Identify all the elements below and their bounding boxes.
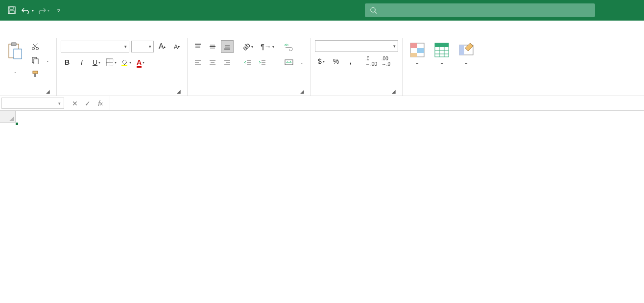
font-name-combo[interactable]: ▾ bbox=[61, 41, 129, 52]
copy-button[interactable]: ⌄ bbox=[28, 54, 52, 67]
save-button[interactable] bbox=[5, 3, 19, 17]
increase-decimal-button[interactable]: .0←.00 bbox=[365, 55, 378, 68]
copy-icon bbox=[31, 56, 39, 64]
clipboard-dialog-launcher[interactable]: ◢ bbox=[45, 88, 51, 95]
decrease-decimal-button[interactable]: .00→.0 bbox=[380, 55, 392, 68]
name-box[interactable]: ▾ bbox=[1, 98, 64, 109]
ribbon-tabs bbox=[0, 21, 644, 38]
decrease-indent-button[interactable] bbox=[241, 56, 254, 69]
cell-styles-icon bbox=[458, 42, 474, 58]
svg-rect-15 bbox=[34, 74, 36, 77]
wrap-text-button[interactable]: ab bbox=[282, 40, 307, 53]
svg-rect-13 bbox=[34, 59, 38, 64]
search-box[interactable] bbox=[365, 3, 595, 17]
percent-button[interactable]: % bbox=[330, 55, 342, 68]
title-bar: ▾ ▾ ▿ bbox=[0, 0, 644, 21]
font-color-button[interactable]: A▾ bbox=[134, 56, 147, 69]
comma-button[interactable]: , bbox=[344, 55, 357, 68]
svg-rect-49 bbox=[410, 53, 417, 57]
svg-rect-6 bbox=[11, 43, 16, 46]
table-icon bbox=[434, 42, 450, 58]
quick-access-toolbar: ▾ ▾ ▿ bbox=[0, 3, 66, 17]
cancel-formula-button[interactable]: ✕ bbox=[69, 98, 81, 109]
alignment-dialog-launcher[interactable]: ◢ bbox=[299, 88, 306, 95]
border-icon bbox=[106, 58, 114, 66]
formula-input[interactable] bbox=[110, 96, 644, 110]
merge-icon bbox=[285, 58, 293, 66]
number-format-combo[interactable]: ▾ bbox=[315, 40, 398, 52]
increase-indent-button[interactable] bbox=[256, 56, 269, 69]
number-dialog-launcher[interactable]: ◢ bbox=[390, 88, 397, 95]
spreadsheet-grid bbox=[0, 111, 644, 303]
group-font: ▾ ▾ A▴ A▾ B I U▾ ▾ ▾ A▾ ◢ bbox=[57, 38, 188, 96]
borders-button[interactable]: ▾ bbox=[105, 56, 118, 69]
svg-rect-1 bbox=[10, 7, 13, 9]
bucket-icon bbox=[120, 58, 128, 66]
svg-point-8 bbox=[32, 48, 35, 50]
paste-icon bbox=[7, 42, 23, 60]
svg-rect-7 bbox=[14, 49, 22, 59]
decrease-font-button[interactable]: A▾ bbox=[170, 40, 183, 53]
svg-line-11 bbox=[33, 44, 37, 48]
svg-rect-47 bbox=[410, 43, 417, 48]
format-painter-button[interactable] bbox=[28, 68, 52, 80]
align-top-button[interactable] bbox=[191, 40, 204, 53]
svg-rect-14 bbox=[33, 71, 38, 74]
cond-format-icon bbox=[409, 42, 425, 58]
wrap-icon: ab bbox=[285, 43, 293, 50]
redo-button[interactable]: ▾ bbox=[36, 3, 50, 17]
align-center-button[interactable] bbox=[206, 56, 219, 69]
select-all-corner[interactable] bbox=[0, 111, 16, 123]
cell-styles-button[interactable]: ⌄ bbox=[455, 40, 477, 93]
currency-button[interactable]: $▾ bbox=[315, 55, 328, 68]
search-input[interactable] bbox=[383, 6, 590, 14]
undo-button[interactable]: ▾ bbox=[21, 3, 34, 17]
fill-handle[interactable] bbox=[16, 122, 19, 126]
align-left-button[interactable] bbox=[191, 56, 204, 69]
group-styles: ⌄ ⌄ ⌄ bbox=[403, 38, 481, 96]
format-as-table-button[interactable]: ⌄ bbox=[431, 40, 453, 93]
group-alignment: ab▾ ¶→▾ ab bbox=[188, 38, 311, 96]
cut-button[interactable] bbox=[28, 40, 52, 53]
group-number: ▾ $▾ % , .0←.00 .00→.0 ◢ bbox=[311, 38, 403, 96]
svg-text:ab: ab bbox=[285, 43, 288, 47]
enter-formula-button[interactable]: ✓ bbox=[81, 98, 94, 109]
svg-rect-2 bbox=[9, 11, 14, 13]
orientation-button[interactable]: ab▾ bbox=[241, 40, 254, 53]
increase-font-button[interactable]: A▴ bbox=[156, 40, 168, 53]
qat-customize-button[interactable]: ▿ bbox=[52, 3, 66, 17]
bold-button[interactable]: B bbox=[61, 56, 73, 69]
ltr-button[interactable]: ¶→▾ bbox=[261, 40, 274, 53]
svg-rect-51 bbox=[435, 43, 449, 47]
font-size-combo[interactable]: ▾ bbox=[131, 41, 154, 52]
align-right-button[interactable] bbox=[221, 56, 234, 69]
svg-line-4 bbox=[375, 12, 377, 14]
svg-point-3 bbox=[371, 7, 375, 12]
underline-button[interactable]: U▾ bbox=[90, 56, 103, 69]
svg-rect-57 bbox=[459, 45, 464, 55]
fill-color-button[interactable]: ▾ bbox=[119, 56, 132, 69]
insert-function-button[interactable]: fx bbox=[94, 98, 107, 109]
paste-button[interactable]: ⌄ bbox=[4, 40, 25, 93]
merge-center-button[interactable]: ⌄ bbox=[282, 56, 307, 69]
align-bottom-button[interactable] bbox=[221, 40, 234, 53]
svg-rect-19 bbox=[121, 65, 127, 66]
ribbon: ⌄ ⌄ ◢ ▾ ▾ bbox=[0, 38, 644, 96]
svg-rect-48 bbox=[417, 48, 424, 53]
font-dialog-launcher[interactable]: ◢ bbox=[175, 88, 182, 95]
paintbrush-icon bbox=[31, 70, 39, 78]
align-middle-button[interactable] bbox=[206, 40, 219, 53]
conditional-formatting-button[interactable]: ⌄ bbox=[406, 40, 428, 93]
group-clipboard: ⌄ ⌄ ◢ bbox=[0, 38, 57, 96]
scissors-icon bbox=[31, 43, 39, 50]
italic-button[interactable]: I bbox=[75, 56, 88, 69]
search-icon bbox=[370, 6, 377, 14]
svg-line-10 bbox=[34, 44, 38, 48]
svg-point-9 bbox=[36, 48, 39, 50]
formula-bar: ▾ ✕ ✓ fx bbox=[0, 96, 644, 111]
